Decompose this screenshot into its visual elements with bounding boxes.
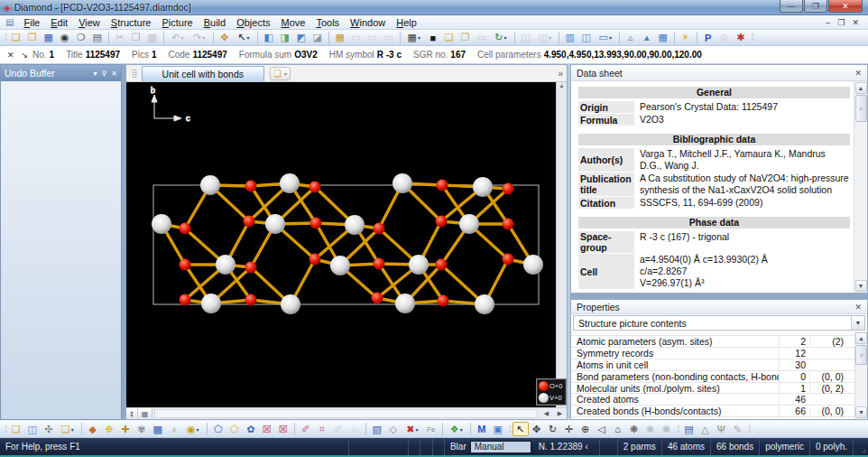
build-tools-icon[interactable]: ✣ [41,422,57,436]
window-a-icon[interactable]: ◫ [518,31,534,45]
print-preview-icon[interactable]: ❍ [73,31,89,45]
destroy-all-icon[interactable]: ☒ [275,422,291,436]
crystal-structure-drawing[interactable]: b c [126,82,556,411]
menu-objects[interactable]: Objects [231,16,275,29]
scroll-up-icon[interactable]: ▲ [855,82,867,94]
grid-view-icon[interactable]: ▦▾ [403,31,425,45]
toolbar-end-grip[interactable]: ⁞ [748,424,749,434]
undo-buffer-list[interactable] [1,81,121,419]
structure-picture-view-icon[interactable]: ◧ [261,31,277,45]
chart-triangle-icon[interactable]: △ [697,422,713,436]
toolbar-grip[interactable]: ⁞ [509,424,510,434]
scrollbar-thumb[interactable]: ≡ [855,95,867,122]
create-atom-icon[interactable]: ◆ [85,422,101,436]
spin-y-icon[interactable]: ❋ [659,422,675,436]
tab-unit-cell-with-bonds[interactable]: Unit cell with bonds [142,66,264,81]
scrollbar-thumb[interactable]: ≡ [855,345,867,365]
save-icon[interactable]: ▦ [41,31,57,45]
menu-move[interactable]: Move [276,16,311,29]
new-picture-icon[interactable]: ❏ [441,31,457,45]
select-pointer-icon[interactable]: ↖▾ [233,31,254,45]
picture-frame-icon[interactable]: ▣ [490,422,506,436]
menu-tools[interactable]: Tools [310,16,345,29]
video-track-icon[interactable]: ✱ [733,31,749,45]
add-atoms-icon[interactable]: ✚ [117,422,134,436]
new-picture-button[interactable]: ❏ ▾ [270,67,291,80]
contact-gray-icon[interactable]: ○ [346,422,363,436]
destroy-atoms-icon[interactable]: ☒ [259,422,275,436]
move-all-icon[interactable]: ✥ [529,422,545,436]
menu-file[interactable]: File [18,16,45,29]
properties-selector[interactable]: Structure picture contents ▼ [573,315,865,331]
translate-mode-icon[interactable]: ✛ [561,422,577,436]
cell-edges-yellow-icon[interactable]: ⬠ [226,422,243,436]
minimize-button[interactable]: — [780,0,803,13]
data-sheet-close-icon[interactable]: ✕ [854,69,862,78]
property-row[interactable]: Symmetry records12 [571,348,854,359]
property-row[interactable]: Atoms in unit cell30 [571,359,854,371]
mdi-close-button[interactable]: ✕ [852,18,859,27]
property-row[interactable]: Bond parameters (non-bonding contacts, H… [571,371,854,383]
render-lamp-icon[interactable]: ☀ [678,31,694,45]
home-view-icon[interactable]: ⌂ [610,422,626,436]
menu-help[interactable]: Help [391,16,422,29]
toolbar-end-grip[interactable]: ⁞ [752,33,753,42]
atom-group-icon[interactable]: ✿ [243,422,259,436]
property-row[interactable]: Created atoms46 [571,394,854,406]
window-b-icon[interactable]: ◫▾ [534,31,556,45]
toolbar-grip[interactable]: ⁞ [678,424,679,434]
tabbar-grip-icon[interactable]: ⣿ [132,69,138,78]
property-row[interactable]: Created bonds (H-bonds/contacts)66(0, 0) [571,406,854,417]
povray-icon[interactable]: P [700,31,716,45]
fill-menu-icon[interactable]: ◉▾ [182,422,204,436]
picture-black-icon[interactable]: ■ [425,31,441,45]
structure-canvas[interactable]: b c O+0 V+0 [126,82,556,407]
toolbar-grip[interactable]: ⁞ [5,33,5,42]
picture-edit-icon[interactable]: ❏ [8,422,24,436]
spin-icon[interactable]: ❋ [626,422,642,436]
table-view-icon[interactable]: ◪ [309,31,326,45]
chart-fork-icon[interactable]: Ψ [713,422,729,436]
packing-icon[interactable]: ▩ [150,422,166,436]
tool-a-icon[interactable]: ▭ [348,31,365,45]
fe-label-icon[interactable]: Fe [423,422,439,436]
picture-menu-icon[interactable]: ❏▾ [57,422,78,436]
menu-build[interactable]: Build [199,16,231,29]
molecules-icon[interactable]: ✾ [134,422,150,436]
bond-gray-icon[interactable]: ✐ [330,422,346,436]
maximize-button[interactable]: ❐ [804,0,827,13]
tool-b-icon[interactable]: ▭ [365,31,381,45]
back-view-icon[interactable]: ◁ [594,422,610,436]
scroll-right-icon[interactable]: ▶ [558,410,562,417]
camera-icon[interactable]: ◎ [716,31,733,45]
toolbar-grip[interactable]: ⁞ [5,424,5,434]
mdi-restore-button[interactable]: ❐ [837,18,845,27]
chart-bars-icon[interactable]: ▤ [680,422,697,436]
menu-view[interactable]: View [73,16,106,29]
cut-icon[interactable]: ✂ [112,31,128,45]
scroll-up-icon[interactable]: ▲ [855,332,867,344]
close-record-icon[interactable]: ✕ [7,51,14,60]
scroll-down-icon[interactable]: ▼ [855,280,867,292]
scroll-left-icon[interactable]: ◀ [544,410,549,417]
rotate-mode-icon[interactable]: ↻ [545,422,561,436]
data-brief-view-icon[interactable]: ◩ [293,31,309,45]
bond-create-icon[interactable]: ✐ [298,422,314,436]
property-row[interactable]: Molecular units (mol./polym. sites)1(0, … [571,383,854,395]
data-sheet-scrollbar[interactable]: ▲ ≡ ▼ [854,81,867,293]
menu-structure[interactable]: Structure [106,16,157,29]
plane-icon[interactable]: ◇ [385,422,402,436]
spin-x-icon[interactable]: ❋ [642,422,659,436]
menu-picture[interactable]: Picture [156,16,198,29]
property-row[interactable]: Atomic parameters (asym. sites)2(2) [571,336,854,348]
tool-c-icon[interactable]: ▭ [381,31,397,45]
split-horizontal-icon[interactable]: ▥ [562,31,578,45]
find-icon[interactable]: ◉ [57,31,73,45]
copy-picture-icon[interactable]: ❐ [457,31,474,45]
create-cluster-icon[interactable]: ❉ [101,422,117,436]
scroll-down-icon[interactable]: ▼ [855,406,867,418]
mdi-minimize-button[interactable]: – [826,18,830,27]
save-picture-icon[interactable]: ▦ [332,31,348,45]
picture-layers-icon[interactable]: ◫ [24,422,41,436]
canvas-vertical-scrollbar[interactable]: ▲ ▼ [556,82,567,407]
